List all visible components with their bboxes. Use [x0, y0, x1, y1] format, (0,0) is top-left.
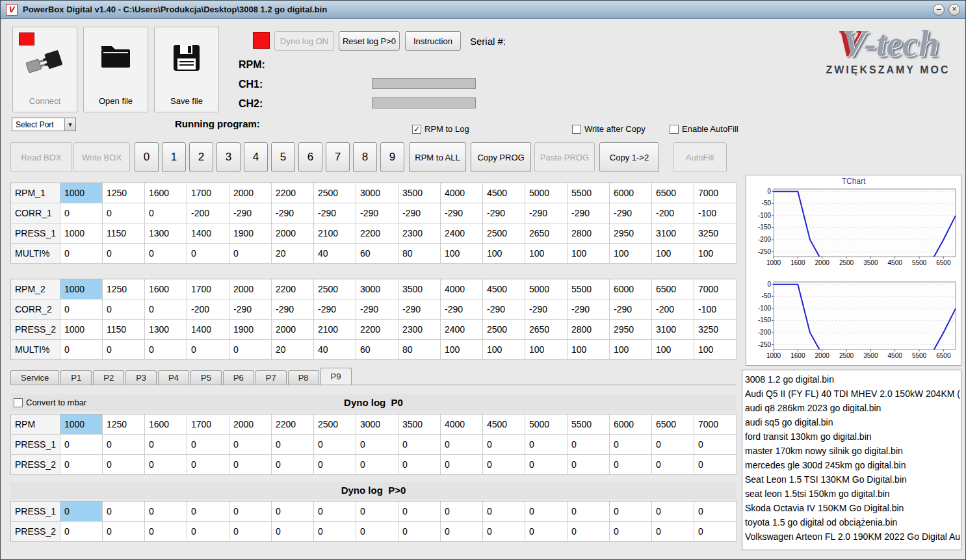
- table-cell[interactable]: 0: [145, 299, 187, 320]
- table-cell[interactable]: 0: [272, 522, 314, 542]
- table-cell[interactable]: 0: [145, 340, 187, 360]
- table-cell[interactable]: 0: [187, 244, 229, 264]
- table-cell[interactable]: 0: [229, 522, 272, 542]
- table-cell[interactable]: 2000: [272, 320, 314, 340]
- table-cell[interactable]: 7000: [694, 279, 737, 299]
- table-cell[interactable]: 0: [694, 455, 737, 475]
- table-cell[interactable]: 1400: [187, 320, 229, 340]
- table-cell[interactable]: 0: [145, 522, 187, 542]
- program-button-9[interactable]: 9: [380, 142, 404, 172]
- table-cell[interactable]: 2950: [610, 223, 652, 244]
- table-cell[interactable]: 100: [694, 340, 737, 360]
- table-cell[interactable]: 0: [652, 435, 694, 455]
- table-cell[interactable]: 2800: [568, 320, 610, 340]
- tab-p2[interactable]: P2: [93, 370, 124, 385]
- table-cell[interactable]: 100: [568, 340, 610, 360]
- table-cell[interactable]: 3500: [398, 279, 441, 299]
- table-cell[interactable]: 2500: [314, 279, 356, 299]
- tab-p7[interactable]: P7: [255, 370, 287, 385]
- table-cell[interactable]: 2650: [525, 320, 568, 340]
- table-cell[interactable]: 6500: [652, 414, 694, 435]
- table-cell[interactable]: 0: [187, 340, 229, 360]
- write-after-copy-checkbox[interactable]: Write after Copy: [572, 124, 646, 134]
- table-cell[interactable]: 3250: [694, 223, 737, 244]
- tab-p6[interactable]: P6: [223, 370, 254, 385]
- table-cell[interactable]: -290: [398, 299, 441, 320]
- table-cell[interactable]: 0: [652, 522, 694, 542]
- program-button-6[interactable]: 6: [298, 142, 322, 172]
- table-cell[interactable]: 0: [60, 203, 103, 223]
- file-list-item[interactable]: 3008 1.2 go digital.bin: [742, 372, 961, 387]
- table-cell[interactable]: 100: [652, 244, 694, 264]
- table-cell[interactable]: -290: [398, 203, 441, 223]
- table-cell[interactable]: 2000: [229, 414, 272, 435]
- table-cell[interactable]: 1150: [103, 320, 145, 340]
- file-list-item[interactable]: seat leon 1.5tsi 150km go digital.bin: [742, 487, 961, 501]
- table-cell[interactable]: -100: [694, 203, 737, 223]
- program-button-4[interactable]: 4: [244, 142, 268, 172]
- file-list-item[interactable]: audi q8 286km 2023 go digital.bin: [742, 401, 961, 415]
- table-cell[interactable]: 60: [356, 244, 398, 264]
- table-cell[interactable]: 6500: [652, 183, 694, 203]
- table-cell[interactable]: 0: [272, 502, 314, 522]
- table-cell[interactable]: 1000: [60, 320, 103, 340]
- tab-p3[interactable]: P3: [125, 370, 157, 385]
- tab-service[interactable]: Service: [10, 370, 59, 385]
- table-cell[interactable]: 0: [103, 203, 145, 223]
- table-cell[interactable]: 6000: [610, 414, 652, 435]
- table-cell[interactable]: 20: [272, 244, 314, 264]
- copy-prog-button[interactable]: Copy PROG: [471, 142, 531, 172]
- table-cell[interactable]: 2100: [314, 320, 356, 340]
- table-cell[interactable]: 1250: [103, 414, 145, 435]
- tab-p1[interactable]: P1: [60, 370, 92, 385]
- table-cell[interactable]: 0: [694, 435, 737, 455]
- table-cell[interactable]: 100: [652, 340, 694, 360]
- table-cell[interactable]: 0: [229, 244, 272, 264]
- table-cell[interactable]: 0: [60, 435, 103, 455]
- table-cell[interactable]: 0: [356, 522, 398, 542]
- table-cell[interactable]: 0: [229, 455, 272, 475]
- table-cell[interactable]: 0: [60, 522, 103, 542]
- table-cell[interactable]: 0: [314, 522, 356, 542]
- file-list-item[interactable]: Skoda Octavia IV 150KM Go Digital.bin: [742, 501, 961, 515]
- table-cell[interactable]: 0: [145, 455, 187, 475]
- program-button-2[interactable]: 2: [189, 142, 213, 172]
- table-cell[interactable]: 3000: [356, 183, 398, 203]
- rpm-to-log-checkbox[interactable]: ✓ RPM to Log: [412, 124, 469, 134]
- table-cell[interactable]: 3000: [356, 279, 398, 299]
- close-button[interactable]: ×: [948, 4, 960, 16]
- table-cell[interactable]: 0: [694, 522, 737, 542]
- table-cell[interactable]: 1000: [60, 414, 103, 435]
- table-cell[interactable]: -290: [610, 203, 652, 223]
- table-cell[interactable]: 2200: [272, 414, 314, 435]
- file-list-item[interactable]: ford transit 130km go digital.bin: [742, 429, 961, 444]
- program-button-1[interactable]: 1: [162, 142, 186, 172]
- table-cell[interactable]: -290: [272, 203, 314, 223]
- table-cell[interactable]: 2950: [610, 320, 652, 340]
- table-cell[interactable]: 1400: [187, 223, 229, 244]
- table-cell[interactable]: 1300: [145, 320, 187, 340]
- table-cell[interactable]: 0: [610, 502, 652, 522]
- table-cell[interactable]: -290: [314, 203, 356, 223]
- table-cell[interactable]: 0: [398, 435, 441, 455]
- file-list-item[interactable]: toyota 1.5 go digital od obciążenia.bin: [742, 515, 961, 529]
- table-cell[interactable]: 5000: [525, 183, 568, 203]
- table-cell[interactable]: 2000: [229, 279, 272, 299]
- table-cell[interactable]: -100: [694, 299, 737, 320]
- table-cell[interactable]: 80: [398, 244, 441, 264]
- table-cell[interactable]: 0: [187, 455, 229, 475]
- table-cell[interactable]: 4500: [483, 414, 525, 435]
- table-cell[interactable]: 0: [356, 502, 398, 522]
- table-cell[interactable]: 0: [60, 340, 103, 360]
- table-cell[interactable]: 0: [103, 435, 145, 455]
- table-cell[interactable]: 0: [483, 455, 525, 475]
- connect-button[interactable]: Connect: [12, 27, 77, 112]
- table-cell[interactable]: -290: [229, 299, 272, 320]
- table-cell[interactable]: 5500: [568, 279, 610, 299]
- table-cell[interactable]: 0: [103, 522, 145, 542]
- file-list-item[interactable]: master 170km nowy silnik go digital.bin: [742, 444, 961, 458]
- program-button-8[interactable]: 8: [353, 142, 377, 172]
- table-cell[interactable]: 3100: [652, 320, 694, 340]
- table-cell[interactable]: 0: [187, 522, 229, 542]
- table-cell[interactable]: 0: [441, 455, 483, 475]
